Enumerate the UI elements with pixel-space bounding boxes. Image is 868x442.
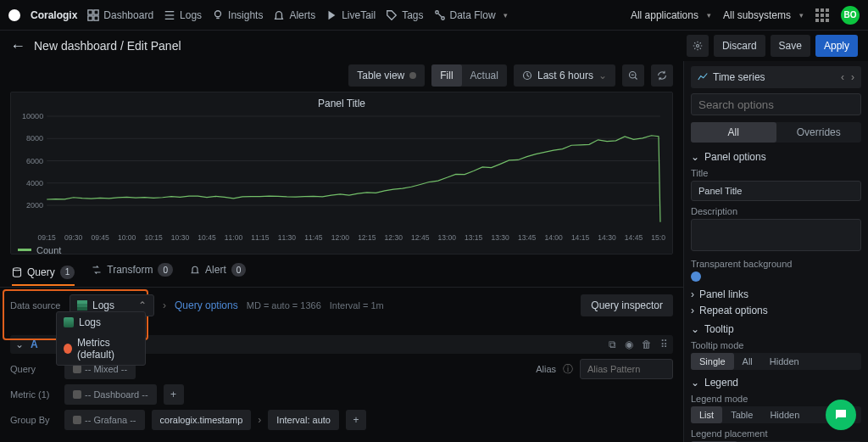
avatar[interactable]: BO — [841, 6, 860, 25]
svg-point-13 — [696, 45, 698, 48]
query-options-link[interactable]: Query options — [175, 299, 238, 311]
ds-option-metrics[interactable]: Metrics (default) — [57, 333, 145, 365]
chevron-left-icon[interactable]: ‹ — [841, 71, 844, 83]
top-nav: Coralogix Dashboard Logs Insights Alerts… — [0, 0, 868, 31]
drag-query-icon[interactable]: ⠿ — [660, 338, 668, 350]
clock-icon — [522, 70, 532, 81]
transparent-toggle[interactable] — [691, 271, 701, 282]
svg-rect-1 — [94, 9, 98, 14]
search-options-input[interactable] — [691, 93, 861, 115]
bell-icon — [190, 265, 200, 275]
svg-text:14:30: 14:30 — [598, 233, 616, 242]
svg-text:13:15: 13:15 — [465, 233, 483, 242]
svg-rect-0 — [88, 9, 92, 14]
actual-seg[interactable]: Actual — [462, 64, 507, 87]
legend-list[interactable]: List — [691, 406, 722, 423]
svg-marker-9 — [329, 10, 336, 20]
svg-text:8000: 8000 — [26, 134, 43, 143]
legend-table[interactable]: Table — [722, 406, 761, 423]
transform-icon — [92, 265, 102, 275]
logo-icon — [8, 9, 20, 21]
lightbulb-icon — [212, 9, 224, 21]
database-icon — [12, 267, 22, 277]
section-tooltip[interactable]: ⌄Tooltip — [691, 323, 861, 335]
tab-overrides[interactable]: Overrides — [776, 122, 862, 143]
alias-info-icon[interactable]: ⓘ — [563, 362, 573, 377]
query-inspector-button[interactable]: Query inspector — [581, 294, 673, 316]
save-button[interactable]: Save — [771, 35, 810, 57]
tooltip-mode-label: Tooltip mode — [691, 340, 861, 350]
tooltip-hidden[interactable]: Hidden — [761, 353, 808, 370]
tab-query[interactable]: Query1 — [12, 266, 75, 286]
svg-rect-54 — [77, 304, 87, 307]
section-panel-options[interactable]: ⌄Panel options — [691, 151, 861, 163]
nav-logs[interactable]: Logs — [164, 9, 202, 21]
metric-field-label: Metric (1) — [10, 389, 58, 400]
duplicate-query-icon[interactable]: ⧉ — [609, 338, 616, 350]
tab-transform[interactable]: Transform0 — [92, 263, 173, 282]
delete-query-icon[interactable]: 🗑 — [642, 338, 652, 350]
section-panel-links[interactable]: ›Panel links — [691, 288, 861, 300]
dashboard-pill[interactable]: -- Dashboard -- — [64, 384, 157, 405]
legend-placement-label: Legend placement — [691, 428, 861, 439]
svg-rect-53 — [77, 300, 87, 304]
brand-name: Coralogix — [31, 9, 77, 21]
legend-swatch-icon — [18, 249, 31, 251]
apply-button[interactable]: Apply — [815, 35, 858, 57]
legend-hidden[interactable]: Hidden — [761, 406, 808, 423]
discard-button[interactable]: Discard — [714, 35, 765, 57]
logs-ds-icon — [77, 300, 87, 311]
add-groupby-button[interactable]: + — [346, 410, 366, 430]
tab-alert[interactable]: Alert0 — [190, 263, 246, 282]
chat-bubble[interactable] — [826, 400, 856, 430]
section-legend[interactable]: ⌄Legend — [691, 377, 861, 389]
metrics-ds-icon — [64, 344, 72, 354]
chart-legend: Count — [18, 245, 665, 255]
flow-icon — [434, 9, 446, 21]
settings-button[interactable] — [687, 35, 709, 57]
query-tabs: Query1 Transform0 Alert0 — [0, 255, 683, 288]
table-view-toggle[interactable]: Table view — [348, 64, 425, 87]
apps-dropdown[interactable]: All applications — [631, 9, 711, 21]
nav-alerts[interactable]: Alerts — [273, 9, 315, 21]
nav-dashboard[interactable]: Dashboard — [87, 9, 153, 21]
apps-grid-icon[interactable] — [815, 8, 829, 22]
sub-bar: ← New dashboard / Edit Panel Discard Sav… — [0, 31, 868, 61]
refresh-button[interactable] — [651, 64, 673, 87]
query-collapse-toggle[interactable]: ⌄ — [15, 338, 24, 350]
query-interval: Interval = 1m — [330, 300, 384, 311]
timeseries-icon — [698, 72, 708, 82]
tooltip-all[interactable]: All — [734, 353, 761, 370]
chevron-right-icon[interactable]: › — [851, 71, 854, 83]
toggle-query-icon[interactable]: ◉ — [625, 338, 633, 350]
transparent-label: Transparent background — [691, 259, 861, 269]
chart-body[interactable]: 20004000600080001000009:1509:3009:4510:0… — [18, 113, 665, 243]
interval-pill[interactable]: Interval: auto — [268, 410, 339, 430]
tooltip-single[interactable]: Single — [691, 353, 734, 370]
ds-option-logs[interactable]: Logs — [57, 312, 145, 333]
tag-icon — [386, 9, 398, 21]
section-repeat-options[interactable]: ›Repeat options — [691, 305, 861, 316]
alias-input[interactable] — [580, 359, 673, 379]
nav-dataflow[interactable]: Data Flow — [434, 9, 508, 21]
svg-text:11:00: 11:00 — [225, 233, 243, 242]
viz-picker[interactable]: Time series ‹› — [691, 66, 861, 88]
mixed-icon — [73, 365, 81, 373]
time-range-picker[interactable]: Last 6 hours⌄ — [514, 64, 615, 87]
panel-desc-input[interactable] — [691, 219, 861, 251]
svg-text:2000: 2000 — [26, 201, 43, 210]
nav-tags[interactable]: Tags — [386, 9, 423, 21]
fill-seg[interactable]: Fill — [431, 64, 461, 87]
zoom-out-button[interactable] — [622, 64, 644, 87]
grafana-pill[interactable]: -- Grafana -- — [64, 410, 145, 430]
nav-livetail[interactable]: LiveTail — [326, 9, 376, 21]
svg-text:11:45: 11:45 — [304, 233, 323, 242]
back-arrow-icon[interactable]: ← — [10, 37, 25, 55]
nav-insights[interactable]: Insights — [212, 9, 263, 21]
panel-title-input[interactable] — [691, 181, 861, 201]
timestamp-pill[interactable]: coralogix.timestamp — [152, 410, 252, 430]
alias-label: Alias — [536, 364, 556, 374]
subs-dropdown[interactable]: All subsystems — [723, 9, 804, 21]
add-metric-button[interactable]: + — [164, 384, 184, 405]
tab-all[interactable]: All — [691, 122, 776, 143]
